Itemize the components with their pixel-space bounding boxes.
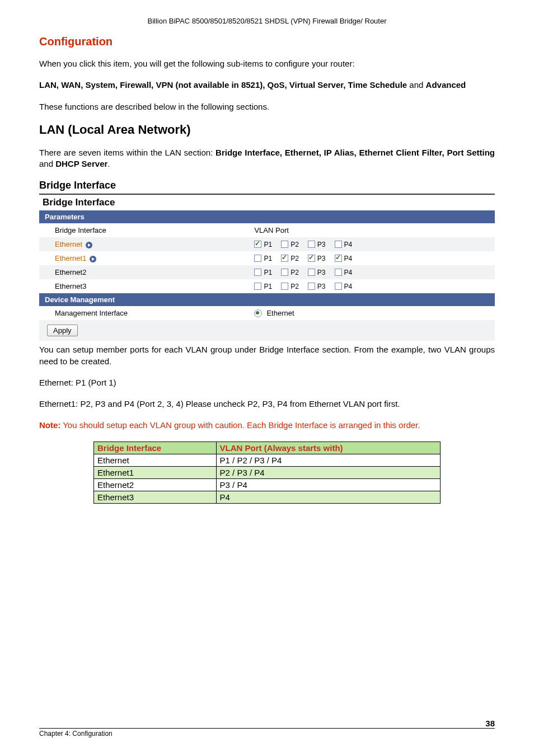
checkbox-p4[interactable] bbox=[335, 255, 342, 262]
order-cell-bridge: Ethernet3 bbox=[94, 491, 217, 503]
apply-button[interactable]: Apply bbox=[47, 325, 78, 336]
label-p4: P4 bbox=[344, 283, 353, 290]
table-row: Ethernet P1 P2 P3 P4 bbox=[39, 237, 495, 251]
order-cell-vlan: P4 bbox=[216, 491, 440, 503]
label-p1: P1 bbox=[264, 269, 272, 276]
after-shot-p3: Ethernet1: P2, P3 and P4 (Port 2, 3, 4) … bbox=[39, 398, 495, 410]
checkbox-p2[interactable] bbox=[281, 255, 288, 262]
label-p4: P4 bbox=[344, 241, 353, 248]
config-items-and: and bbox=[407, 80, 425, 90]
col-vlan-port: VLAN Port bbox=[249, 223, 495, 237]
checkbox-p2[interactable] bbox=[281, 241, 288, 248]
config-items-last: Advanced bbox=[426, 80, 466, 90]
config-intro-paragraph: When you click this item, you will get t… bbox=[39, 58, 495, 69]
panel-title: Bridge Interface bbox=[39, 195, 495, 210]
label-p1: P1 bbox=[264, 283, 272, 290]
label-p3: P3 bbox=[317, 283, 326, 290]
bridge-interface-heading: Bridge Interface bbox=[39, 180, 495, 191]
configuration-heading: Configuration bbox=[39, 35, 495, 48]
lan-intro-and: and bbox=[39, 159, 55, 168]
checkbox-p2[interactable] bbox=[281, 283, 288, 290]
config-items-list: LAN, WAN, System, Firewall, VPN (not ava… bbox=[39, 80, 407, 90]
management-interface-label: Management Interface bbox=[39, 306, 249, 320]
device-management-subheader: Device Management bbox=[39, 293, 495, 306]
col-bridge-interface: Bridge Interface bbox=[39, 223, 249, 237]
checkbox-p1[interactable] bbox=[254, 241, 261, 248]
lan-intro-dot: . bbox=[107, 159, 110, 168]
note-label: Note: bbox=[39, 420, 60, 430]
order-th-bridge: Bridge Interface bbox=[94, 442, 217, 454]
label-p3: P3 bbox=[317, 255, 326, 262]
lan-intro-last: DHCP Server bbox=[55, 159, 107, 168]
label-p3: P3 bbox=[317, 241, 326, 248]
config-followup-paragraph: These functions are described below in t… bbox=[39, 101, 495, 112]
parameters-subheader: Parameters bbox=[39, 210, 495, 223]
order-row: Ethernet2 P3 / P4 bbox=[94, 478, 441, 491]
apply-row: Apply bbox=[39, 320, 495, 341]
label-p1: P1 bbox=[264, 241, 272, 248]
checkbox-p4[interactable] bbox=[335, 283, 342, 290]
note-paragraph: Note: You should setup each VLAN group w… bbox=[39, 420, 495, 431]
order-cell-vlan: P2 / P3 / P4 bbox=[216, 466, 440, 478]
table-header-row: Bridge Interface VLAN Port bbox=[39, 223, 495, 237]
order-row: Ethernet1 P2 / P3 / P4 bbox=[94, 466, 441, 478]
checkbox-p2[interactable] bbox=[281, 269, 288, 276]
checkbox-p3[interactable] bbox=[308, 283, 315, 290]
bridge-interface-panel: Bridge Interface Parameters Bridge Inter… bbox=[39, 194, 495, 341]
order-table: Bridge Interface VLAN Port (Always start… bbox=[93, 442, 441, 504]
label-p1: P1 bbox=[264, 255, 272, 262]
table-row: Ethernet1 P1 P2 P3 P4 bbox=[39, 251, 495, 265]
after-shot-p2: Ethernet: P1 (Port 1) bbox=[39, 377, 495, 388]
order-cell-vlan: P1 / P2 / P3 / P4 bbox=[216, 454, 440, 466]
ethernet3-label: Ethernet3 bbox=[55, 282, 86, 290]
checkbox-p3[interactable] bbox=[308, 269, 315, 276]
label-p2: P2 bbox=[291, 283, 299, 290]
order-cell-vlan: P3 / P4 bbox=[216, 478, 440, 491]
ethernet1-link[interactable]: Ethernet1 bbox=[55, 254, 86, 262]
checkbox-p1[interactable] bbox=[254, 269, 261, 276]
config-items-paragraph: LAN, WAN, System, Firewall, VPN (not ava… bbox=[39, 79, 495, 91]
lan-intro-pre: There are seven items within the LAN sec… bbox=[39, 148, 216, 157]
label-p2: P2 bbox=[291, 241, 299, 248]
ethernet2-label: Ethernet2 bbox=[55, 268, 86, 276]
checkbox-p4[interactable] bbox=[335, 241, 342, 248]
checkbox-p4[interactable] bbox=[335, 269, 342, 276]
arrow-icon bbox=[86, 242, 92, 248]
order-row: Ethernet3 P4 bbox=[94, 491, 441, 503]
ethernet-link[interactable]: Ethernet bbox=[55, 240, 82, 248]
checkbox-p3[interactable] bbox=[308, 255, 315, 262]
order-cell-bridge: Ethernet bbox=[94, 454, 217, 466]
radio-ethernet[interactable] bbox=[254, 309, 262, 317]
order-th-vlan: VLAN Port (Always starts with) bbox=[216, 442, 440, 454]
checkbox-p3[interactable] bbox=[308, 241, 315, 248]
note-text: You should setup each VLAN group with ca… bbox=[60, 420, 420, 430]
footer-page-number: 38 bbox=[485, 719, 495, 728]
lan-heading: LAN (Local Area Network) bbox=[39, 123, 495, 137]
order-cell-bridge: Ethernet1 bbox=[94, 466, 217, 478]
order-cell-bridge: Ethernet2 bbox=[94, 478, 217, 491]
label-p2: P2 bbox=[291, 255, 299, 262]
document-header: Billion BiPAC 8500/8501/8520/8521 SHDSL … bbox=[39, 17, 495, 25]
arrow-icon bbox=[90, 256, 96, 262]
lan-intro-bold: Bridge Interface, Ethernet, IP Alias, Et… bbox=[216, 148, 495, 157]
order-row: Ethernet P1 / P2 / P3 / P4 bbox=[94, 454, 441, 466]
lan-intro-paragraph: There are seven items within the LAN sec… bbox=[39, 147, 495, 170]
label-p4: P4 bbox=[344, 255, 353, 262]
table-row: Ethernet3 P1 P2 P3 P4 bbox=[39, 279, 495, 293]
label-p4: P4 bbox=[344, 269, 353, 276]
radio-ethernet-label: Ethernet bbox=[266, 309, 294, 317]
table-row: Ethernet2 P1 P2 P3 P4 bbox=[39, 265, 495, 279]
management-interface-row: Management Interface Ethernet bbox=[39, 306, 495, 320]
checkbox-p1[interactable] bbox=[254, 255, 261, 262]
label-p3: P3 bbox=[317, 269, 326, 276]
after-shot-p1: You can setup member ports for each VLAN… bbox=[39, 344, 495, 367]
label-p2: P2 bbox=[291, 269, 299, 276]
checkbox-p1[interactable] bbox=[254, 283, 261, 290]
footer-chapter: Chapter 4: Configuration bbox=[39, 730, 113, 739]
